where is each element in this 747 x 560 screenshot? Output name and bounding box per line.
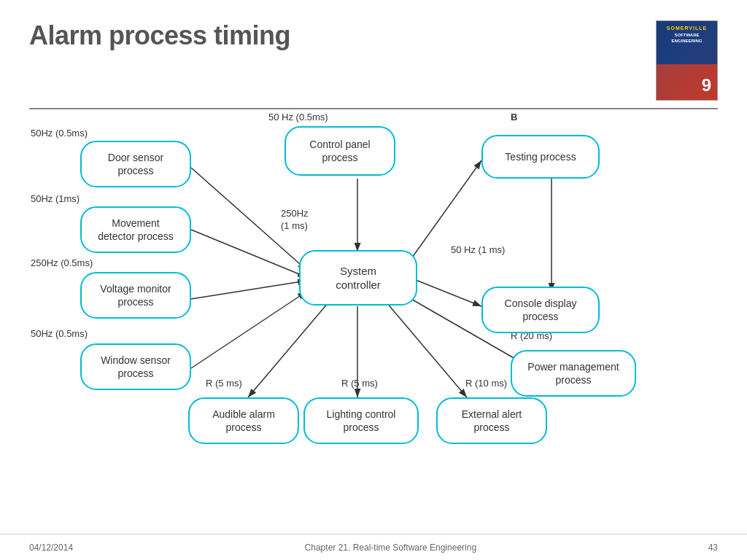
label-r5ms-2: R (5 ms) xyxy=(341,378,378,389)
page-title: Alarm process timing xyxy=(29,20,290,51)
node-movement-detector: Movement detector process xyxy=(80,206,191,253)
book-number: 9 xyxy=(702,75,711,96)
node-external-alert: External alert process xyxy=(436,397,547,444)
svg-line-2 xyxy=(191,230,306,277)
footer: 04/12/2014 Chapter 21. Real-time Softwar… xyxy=(0,534,747,560)
label-50hz-1ms: 50 Hz (1 ms) xyxy=(451,244,505,255)
svg-line-4 xyxy=(191,292,306,368)
label-250hz: 250Hz (0.5ms) xyxy=(31,257,93,268)
node-power-management: Power management process xyxy=(511,350,636,397)
label-50hz-door: 50Hz (0.5ms) xyxy=(31,128,88,139)
diagram-area: 50Hz (0.5ms) 50Hz (1ms) 250Hz (0.5ms) 50… xyxy=(0,106,747,529)
label-50hz-movement: 50Hz (1ms) xyxy=(31,193,80,204)
label-r10ms: R (10 ms) xyxy=(465,378,507,389)
book-cover: SOMERVILLE SOFTWAREENGINEERING 9 xyxy=(656,20,718,101)
node-testing-process: Testing process xyxy=(481,135,600,179)
footer-date: 04/12/2014 xyxy=(29,542,73,553)
footer-chapter: Chapter 21. Real-time Software Engineeri… xyxy=(305,542,476,553)
svg-line-3 xyxy=(191,281,306,299)
node-door-sensor: Door sensor process xyxy=(80,141,191,187)
node-console-display: Console display process xyxy=(481,287,600,333)
node-control-panel: Control panel process xyxy=(285,126,395,176)
node-audible-alarm: Audible alarm process xyxy=(188,397,299,444)
label-r5ms-1: R (5 ms) xyxy=(206,378,242,389)
svg-line-9 xyxy=(248,303,328,397)
label-50hz-control: 50 Hz (0.5ms) xyxy=(268,112,328,122)
svg-line-7 xyxy=(409,277,481,306)
node-lighting-control: Lighting control process xyxy=(303,397,419,444)
node-window-sensor: Window sensor process xyxy=(80,343,191,390)
footer-page: 43 xyxy=(708,542,718,553)
label-250hz-sc: 250Hz(1 ms) xyxy=(281,208,309,233)
slide: Alarm process timing SOMERVILLE SOFTWARE… xyxy=(0,0,747,560)
header: Alarm process timing SOMERVILLE SOFTWARE… xyxy=(0,0,747,101)
svg-line-11 xyxy=(387,303,467,397)
node-voltage-monitor: Voltage monitor process xyxy=(80,272,191,319)
label-b: B xyxy=(511,112,517,122)
node-system-controller: System controller xyxy=(299,250,417,306)
label-50hz-window: 50Hz (0.5ms) xyxy=(31,328,88,339)
